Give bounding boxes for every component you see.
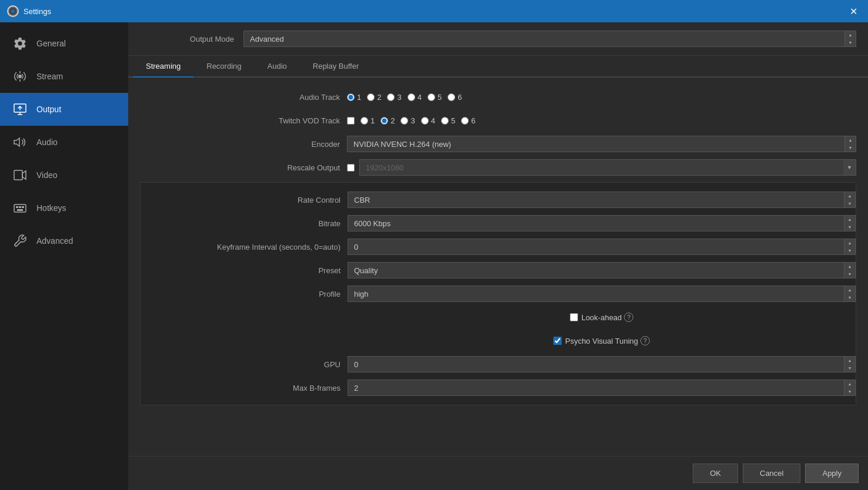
close-button[interactable]: ✕ xyxy=(846,5,861,18)
audio-track-4[interactable]: 4 xyxy=(408,93,422,102)
look-ahead-checkbox[interactable] xyxy=(570,313,578,321)
sidebar-label-stream: Stream xyxy=(36,72,63,81)
gpu-label: GPU xyxy=(141,360,340,369)
sidebar-label-output: Output xyxy=(36,105,61,114)
tab-recording[interactable]: Recording xyxy=(193,56,254,78)
hotkeys-icon xyxy=(12,200,28,216)
cancel-button[interactable]: Cancel xyxy=(743,464,800,483)
output-mode-down[interactable]: ▼ xyxy=(845,39,856,46)
rescale-input[interactable] xyxy=(359,159,843,176)
tab-streaming[interactable]: Streaming xyxy=(133,56,193,78)
twitch-vod-2[interactable]: 2 xyxy=(380,116,395,125)
tab-replay-buffer[interactable]: Replay Buffer xyxy=(300,56,372,78)
rescale-dropdown[interactable]: ▼ xyxy=(843,159,856,176)
preset-field: ▲ ▼ xyxy=(348,262,856,278)
encoder-spinner: ▲ ▼ xyxy=(844,136,856,152)
look-ahead-item[interactable]: Look-ahead xyxy=(570,313,622,322)
profile-up[interactable]: ▲ xyxy=(844,286,855,294)
gpu-input[interactable] xyxy=(348,356,844,372)
keyframe-field: ▲ ▼ xyxy=(348,239,856,255)
tab-audio[interactable]: Audio xyxy=(255,56,300,78)
svg-rect-11 xyxy=(22,206,24,208)
ok-button[interactable]: OK xyxy=(693,464,738,483)
output-mode-field: ▲ ▼ xyxy=(243,31,856,47)
rescale-row: Rescale Output ▼ xyxy=(140,159,856,176)
sidebar-label-audio: Audio xyxy=(36,137,58,147)
max-bframes-field: ▲ ▼ xyxy=(348,380,856,396)
max-bframes-down[interactable]: ▼ xyxy=(844,388,855,395)
profile-input[interactable] xyxy=(348,286,844,302)
psycho-group: Psycho Visual Tuning ? xyxy=(553,336,650,345)
sidebar-label-advanced: Advanced xyxy=(36,236,73,246)
preset-up[interactable]: ▲ xyxy=(844,263,855,270)
rescale-label: Rescale Output xyxy=(140,163,340,172)
audio-track-6[interactable]: 6 xyxy=(448,93,462,102)
max-bframes-label: Max B-frames xyxy=(141,384,340,392)
twitch-vod-group: 1 2 3 4 xyxy=(347,116,475,125)
preset-input[interactable] xyxy=(348,262,844,278)
bitrate-field: ▲ ▼ xyxy=(348,215,856,231)
apply-button[interactable]: Apply xyxy=(805,464,859,483)
sidebar: General Stream xyxy=(0,22,128,490)
encoder-down[interactable]: ▼ xyxy=(845,144,856,152)
psycho-item[interactable]: Psycho Visual Tuning xyxy=(553,337,638,345)
keyframe-label: Keyframe Interval (seconds, 0=auto) xyxy=(141,243,340,251)
encoder-row: Encoder ▲ ▼ xyxy=(140,135,856,153)
max-bframes-input[interactable] xyxy=(348,380,844,396)
preset-down[interactable]: ▼ xyxy=(844,270,855,278)
profile-label: Profile xyxy=(141,290,340,298)
sidebar-item-advanced[interactable]: Advanced xyxy=(0,224,128,257)
sidebar-label-video: Video xyxy=(36,170,58,180)
look-ahead-label: Look-ahead xyxy=(582,313,622,322)
keyframe-down[interactable]: ▼ xyxy=(844,247,855,254)
gpu-up[interactable]: ▲ xyxy=(844,357,855,364)
encoder-input[interactable] xyxy=(347,136,844,152)
sidebar-item-audio[interactable]: Audio xyxy=(0,126,128,159)
rate-control-label: Rate Control xyxy=(141,196,340,204)
audio-track-1[interactable]: 1 xyxy=(347,93,361,102)
audio-track-3[interactable]: 3 xyxy=(387,93,401,102)
rate-control-down[interactable]: ▼ xyxy=(844,200,855,207)
twitch-vod-3[interactable]: 3 xyxy=(400,116,415,125)
rate-control-spinner: ▲ ▼ xyxy=(844,192,856,208)
rescale-checkbox[interactable] xyxy=(347,164,355,172)
twitch-vod-4[interactable]: 4 xyxy=(421,116,435,125)
rate-control-input[interactable] xyxy=(348,192,844,208)
rate-control-up[interactable]: ▲ xyxy=(844,192,855,200)
encoder-up[interactable]: ▲ xyxy=(845,136,856,144)
output-mode-up[interactable]: ▲ xyxy=(845,31,856,39)
look-ahead-help-icon[interactable]: ? xyxy=(624,313,633,322)
profile-field: ▲ ▼ xyxy=(348,286,856,302)
psycho-label: Psycho Visual Tuning xyxy=(565,337,638,345)
sidebar-item-stream[interactable]: Stream xyxy=(0,60,128,93)
sidebar-item-general[interactable]: General xyxy=(0,27,128,60)
max-bframes-spinner: ▲ ▼ xyxy=(844,380,856,396)
keyframe-input[interactable] xyxy=(348,239,844,255)
twitch-vod-5[interactable]: 5 xyxy=(441,116,455,125)
twitch-vod-checkbox[interactable] xyxy=(347,117,355,125)
bitrate-input[interactable] xyxy=(348,215,844,231)
psycho-checkbox[interactable] xyxy=(553,337,562,345)
twitch-vod-1[interactable]: 1 xyxy=(360,116,375,125)
svg-point-1 xyxy=(18,75,22,78)
sidebar-item-output[interactable]: Output xyxy=(0,93,128,126)
audio-track-2[interactable]: 2 xyxy=(367,93,381,102)
max-bframes-up[interactable]: ▲ xyxy=(844,380,855,388)
sidebar-item-hotkeys[interactable]: Hotkeys xyxy=(0,192,128,224)
sidebar-item-video[interactable]: Video xyxy=(0,159,128,192)
bitrate-down[interactable]: ▼ xyxy=(844,223,855,231)
psycho-help-icon[interactable]: ? xyxy=(640,336,650,345)
profile-down[interactable]: ▼ xyxy=(844,294,855,301)
twitch-vod-6[interactable]: 6 xyxy=(461,116,475,125)
tabs-row: Streaming Recording Audio Replay Buffer xyxy=(128,56,868,78)
audio-track-5[interactable]: 5 xyxy=(428,93,442,102)
bitrate-label: Bitrate xyxy=(141,219,340,228)
gpu-down[interactable]: ▼ xyxy=(844,364,855,372)
bitrate-up[interactable]: ▲ xyxy=(844,216,855,223)
output-mode-input[interactable] xyxy=(243,31,844,47)
audio-track-row: Audio Track 1 2 3 xyxy=(140,88,856,106)
audio-icon xyxy=(12,134,28,150)
gpu-row: GPU ▲ ▼ xyxy=(141,355,856,373)
keyframe-up[interactable]: ▲ xyxy=(844,239,855,247)
output-mode-label: Output Mode xyxy=(140,35,234,43)
